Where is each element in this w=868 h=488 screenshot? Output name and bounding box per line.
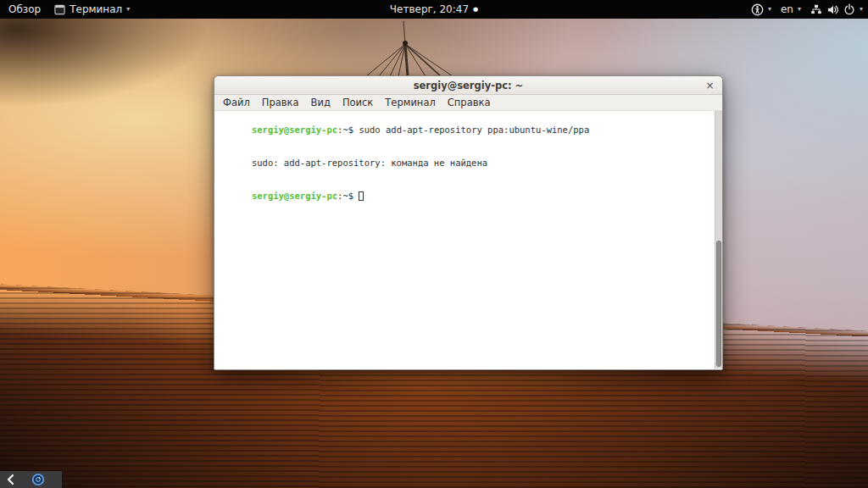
- app-menu-label: Терминал: [70, 3, 122, 15]
- clock-button[interactable]: Четверг, 20:47 ●: [390, 0, 478, 19]
- prompt-suffix: :~$: [337, 125, 353, 135]
- activities-button[interactable]: Обзор: [8, 0, 41, 19]
- ship-mast-silhouette: [364, 19, 475, 78]
- blue-globe-icon[interactable]: [31, 473, 45, 486]
- prompt-user-host: sergiy@sergiy-pc: [252, 191, 337, 201]
- terminal-line: sergiy@sergiy-pc:~$ sudo add-apt-reposit…: [220, 114, 710, 147]
- power-icon: [843, 3, 855, 15]
- terminal-menubar: Файл Правка Вид Поиск Терминал Справка: [214, 95, 722, 111]
- back-chevron-icon[interactable]: [6, 474, 15, 485]
- menu-help[interactable]: Справка: [442, 96, 497, 109]
- keyboard-layout-label: en: [781, 3, 793, 15]
- accessibility-menu[interactable]: ▾: [751, 0, 771, 19]
- activities-label: Обзор: [8, 3, 41, 15]
- terminal-cursor: [359, 191, 364, 201]
- clock-label: Четверг, 20:47: [390, 3, 469, 15]
- app-menu-terminal[interactable]: Терминал ▾: [54, 0, 130, 19]
- chevron-down-icon: ▾: [768, 6, 771, 13]
- scrollbar-thumb[interactable]: [716, 241, 721, 367]
- prompt-suffix: :~$: [337, 191, 353, 201]
- notification-dot: ●: [473, 6, 478, 13]
- volume-icon: [826, 3, 839, 16]
- bottom-nav-overlay: [0, 471, 62, 488]
- chevron-down-icon: ▾: [798, 6, 801, 13]
- terminal-line: sergiy@sergiy-pc:~$: [220, 180, 710, 213]
- command-text: sudo add-apt-repository ppa:ubuntu-wine/…: [353, 125, 589, 135]
- chevron-down-icon: ▾: [860, 6, 863, 13]
- window-title: sergiy@sergiy-pc: ~: [414, 80, 524, 92]
- menu-edit[interactable]: Правка: [256, 96, 305, 109]
- terminal-window: sergiy@sergiy-pc: ~ × Файл Правка Вид По…: [214, 75, 723, 370]
- command-output: sudo: add-apt-repository: команда не най…: [252, 158, 487, 168]
- scrollbar-track[interactable]: [715, 111, 722, 369]
- window-titlebar[interactable]: sergiy@sergiy-pc: ~ ×: [214, 76, 722, 95]
- chevron-down-icon: ▾: [126, 6, 130, 13]
- terminal-screen[interactable]: sergiy@sergiy-pc:~$ sudo add-apt-reposit…: [214, 111, 722, 369]
- keyboard-layout-menu[interactable]: en ▾: [781, 0, 801, 19]
- gnome-top-bar: Обзор Терминал ▾ Четверг, 20:47 ● ▾ e: [0, 0, 868, 19]
- accessibility-icon: [751, 3, 764, 16]
- terminal-line: sudo: add-apt-repository: команда не най…: [220, 147, 710, 180]
- prompt-user-host: sergiy@sergiy-pc: [252, 125, 337, 135]
- terminal-window-icon: [54, 4, 65, 15]
- menu-terminal[interactable]: Терминал: [379, 96, 441, 109]
- system-status-area[interactable]: ▾: [810, 0, 863, 19]
- menu-file[interactable]: Файл: [217, 96, 256, 109]
- menu-view[interactable]: Вид: [305, 96, 337, 109]
- close-button[interactable]: ×: [704, 79, 716, 92]
- wired-network-icon: [810, 3, 822, 15]
- menu-search[interactable]: Поиск: [337, 96, 379, 109]
